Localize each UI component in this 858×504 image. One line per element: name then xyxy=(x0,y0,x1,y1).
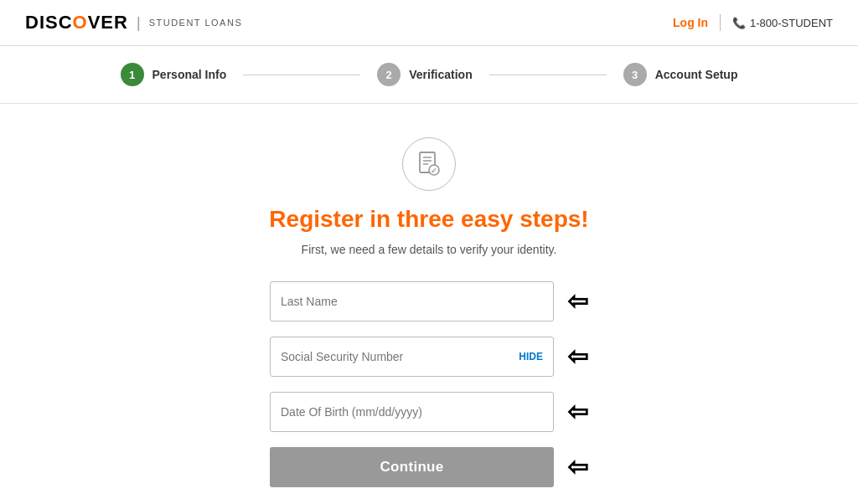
ssn-row: HIDE ⇦ xyxy=(270,337,588,377)
step-2-circle: 2 xyxy=(377,63,401,86)
header: DISCOVER | STUDENT LOANS Log In 📞 1-800-… xyxy=(0,0,858,46)
register-subtitle: First, we need a few details to verify y… xyxy=(302,243,557,256)
login-link[interactable]: Log In xyxy=(673,16,708,29)
progress-bar: 1 Personal Info 2 Verification 3 Account… xyxy=(0,46,858,104)
logo: DISCOVER | STUDENT LOANS xyxy=(25,12,242,33)
continue-arrow-icon: ⇦ xyxy=(567,455,588,480)
phone-label: 1-800-STUDENT xyxy=(750,17,833,29)
ssn-input[interactable] xyxy=(281,350,519,363)
continue-row: Continue ⇦ xyxy=(270,447,588,487)
last-name-row: ⇦ xyxy=(270,281,588,321)
dob-input-wrapper xyxy=(270,392,554,432)
ssn-hide-button[interactable]: HIDE xyxy=(519,351,543,363)
form-container: ⇦ HIDE ⇦ ⇦ Continue ⇦ xyxy=(270,281,588,487)
step-3-circle: 3 xyxy=(623,63,647,86)
last-name-input[interactable] xyxy=(281,295,543,308)
register-icon: ✓ xyxy=(402,137,456,191)
ssn-input-wrapper: HIDE xyxy=(270,337,554,377)
last-name-input-wrapper xyxy=(270,281,554,321)
step-3-label: Account Setup xyxy=(655,68,738,81)
phone-number: 📞 1-800-STUDENT xyxy=(732,17,833,29)
last-name-arrow-icon: ⇦ xyxy=(567,289,588,314)
register-title: Register in three easy steps! xyxy=(269,206,588,233)
step-connector-1 xyxy=(243,75,360,75)
dob-row: ⇦ xyxy=(270,392,588,432)
step-1-circle: 1 xyxy=(121,63,144,86)
step-connector-2 xyxy=(489,75,607,75)
continue-wrapper: Continue xyxy=(270,447,554,487)
step-1-label: Personal Info xyxy=(152,68,227,81)
phone-icon: 📞 xyxy=(732,17,746,29)
step-1-number: 1 xyxy=(129,69,135,81)
header-right: Log In 📞 1-800-STUDENT xyxy=(673,14,833,31)
student-loans-label: STUDENT LOANS xyxy=(149,18,243,28)
step-2-label: Verification xyxy=(409,68,472,81)
discover-logo-text: DISCOVER xyxy=(25,12,128,33)
continue-button[interactable]: Continue xyxy=(270,447,554,487)
main-content: ✓ Register in three easy steps! First, w… xyxy=(0,104,858,504)
step-personal-info: 1 Personal Info xyxy=(121,63,227,86)
ssn-arrow-icon: ⇦ xyxy=(567,344,588,369)
svg-text:✓: ✓ xyxy=(431,167,437,175)
step-3-number: 3 xyxy=(632,69,638,81)
logo-divider: | xyxy=(137,14,141,32)
header-divider xyxy=(720,14,721,31)
step-2-number: 2 xyxy=(386,69,392,81)
dob-input[interactable] xyxy=(281,405,543,419)
step-verification: 2 Verification xyxy=(377,63,472,86)
step-account-setup: 3 Account Setup xyxy=(623,63,738,86)
dob-arrow-icon: ⇦ xyxy=(567,399,588,424)
